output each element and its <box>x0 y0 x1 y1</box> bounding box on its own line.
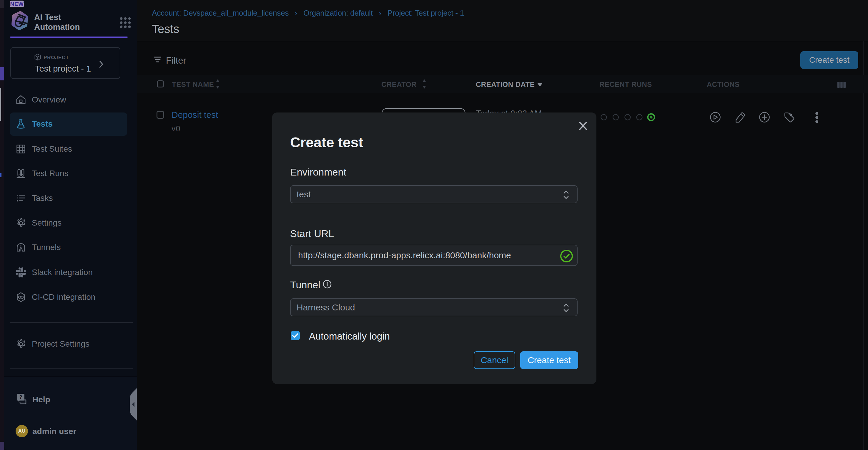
svg-text:?: ? <box>19 394 22 400</box>
